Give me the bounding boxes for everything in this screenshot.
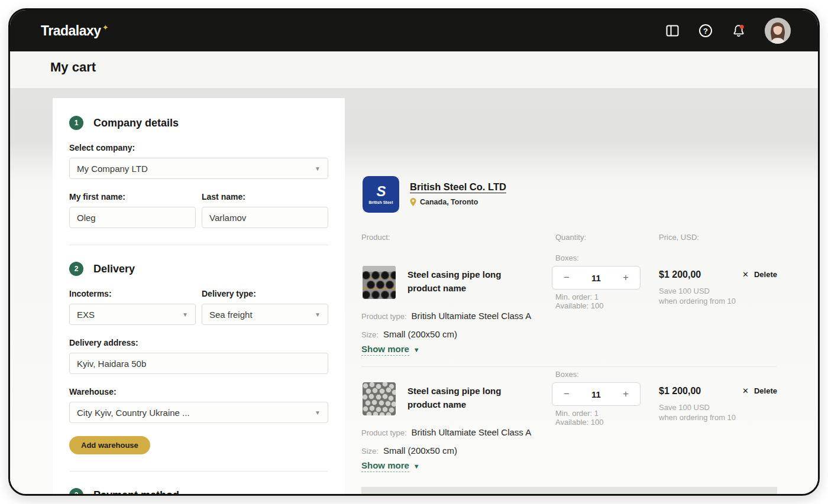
delivery-address-label: Delivery address:	[69, 338, 328, 347]
product-price: $1 200,00	[659, 269, 701, 280]
chevron-down-icon: ▼	[182, 311, 188, 318]
step-badge-1: 1	[69, 116, 83, 130]
decrease-button[interactable]: −	[561, 272, 572, 284]
chevron-down-icon: ▼	[315, 409, 321, 416]
quantity-value[interactable]: 11	[591, 273, 601, 283]
min-order-note: Min. order: 1	[555, 292, 599, 301]
delete-button[interactable]: ✕ Delete	[742, 270, 777, 279]
available-note: Available: 100	[555, 418, 603, 427]
boxes-label: Boxes:	[555, 253, 579, 262]
warehouse-label: Warehouse:	[69, 387, 328, 396]
product-title[interactable]: Steel casing pipe long product name	[407, 268, 529, 295]
section-title-delivery: Delivery	[93, 263, 135, 275]
section-delivery: 2 Delivery	[69, 262, 328, 276]
delivery-type-select[interactable]: Sea freight ▼	[202, 304, 328, 325]
size-row: Size:Small (200x50 cm)	[361, 329, 457, 339]
last-name-label: Last name:	[202, 192, 328, 201]
incoterms-select-value: EXS	[77, 310, 95, 320]
seller-name-link[interactable]: British Steel Co. LTD	[410, 181, 506, 193]
cart-item-row: Boxes: Steel casing pipe long product na…	[361, 370, 777, 474]
step-badge-3: 3	[69, 488, 83, 496]
product-image	[363, 382, 396, 415]
company-select-value: My Company LTD	[77, 164, 148, 174]
section-payment-method: 3 Payment method	[69, 488, 328, 496]
section-title-payment-method: Payment method	[93, 489, 179, 496]
panel-layout-icon[interactable]	[665, 24, 680, 38]
divider	[361, 366, 777, 367]
delivery-type-label: Delivery type:	[202, 289, 328, 298]
top-bar: Tradalaxy✦ ?	[10, 10, 818, 51]
seller-logo-text: British Steel	[369, 200, 393, 204]
quantity-stepper: − 11 +	[552, 382, 641, 406]
topbar-actions: ?	[665, 18, 791, 44]
delete-label: Delete	[754, 386, 777, 395]
discount-note: Save 100 USDwhen ordering from 10	[659, 287, 736, 307]
checkout-form-card: 1 Company details Select company: My Com…	[53, 98, 345, 496]
show-more-link[interactable]: Show more ▼	[361, 460, 420, 472]
seller-logo[interactable]: S British Steel	[363, 176, 399, 213]
show-more-label: Show more	[361, 344, 409, 356]
warehouse-select-value: City Kyiv, Country Ukraine ...	[77, 408, 190, 418]
app-window: Tradalaxy✦ ? My cart 1 Company details	[8, 8, 820, 496]
brand-logo[interactable]: Tradalaxy✦	[41, 23, 107, 39]
increase-button[interactable]: +	[620, 388, 631, 400]
increase-button[interactable]: +	[620, 272, 631, 284]
show-more-link[interactable]: Show more ▼	[361, 344, 420, 356]
delete-label: Delete	[754, 270, 777, 279]
product-title[interactable]: Steel casing pipe long product name	[407, 385, 529, 411]
first-name-field[interactable]	[69, 207, 196, 228]
quantity-stepper: − 11 +	[552, 266, 641, 290]
delivery-type-select-value: Sea freight	[209, 310, 253, 320]
close-icon: ✕	[742, 386, 749, 395]
help-icon[interactable]: ?	[698, 24, 713, 38]
divider	[69, 245, 328, 245]
product-price: $1 200,00	[659, 386, 701, 396]
company-select[interactable]: My Company LTD ▼	[69, 158, 328, 179]
delivery-address-field[interactable]	[69, 353, 328, 374]
page-title: My cart	[50, 60, 96, 75]
first-name-label: My first name:	[69, 192, 196, 201]
section-title-company-details: Company details	[93, 117, 179, 129]
chevron-down-icon: ▼	[315, 311, 321, 318]
sparkle-icon: ✦	[102, 23, 108, 32]
min-order-note: Min. order: 1	[555, 409, 599, 418]
product-type-row: Product type:British Ultamiate Steel Cla…	[361, 311, 531, 321]
show-more-label: Show more	[361, 460, 409, 472]
decrease-button[interactable]: −	[561, 388, 572, 400]
step-badge-2: 2	[69, 262, 83, 276]
add-warehouse-button[interactable]: Add warehouse	[69, 436, 150, 454]
select-company-label: Select company:	[69, 143, 328, 152]
seller-logo-glyph: S	[376, 184, 385, 199]
table-header-row: Product: Quantity: Price, USD:	[361, 233, 777, 242]
warehouse-select[interactable]: City Kyiv, Country Ukraine ... ▼	[69, 402, 328, 423]
user-avatar[interactable]	[765, 18, 791, 44]
seller-location: Canada, Toronto	[410, 198, 478, 206]
discount-note: Save 100 USDwhen ordering from 10	[659, 403, 736, 423]
size-row: Size:Small (200x50 cm)	[361, 446, 457, 456]
brand-logo-text: Tradalaxy	[41, 23, 101, 38]
chevron-down-icon: ▼	[413, 463, 420, 470]
location-pin-icon	[410, 198, 416, 206]
order-summary: Ordered:2 products Subtotal: 26 400,00 U…	[361, 487, 777, 496]
chevron-down-icon: ▼	[315, 165, 321, 172]
close-icon: ✕	[742, 270, 749, 279]
last-name-field[interactable]	[202, 207, 328, 228]
svg-text:?: ?	[703, 27, 708, 35]
delete-button[interactable]: ✕ Delete	[742, 386, 777, 395]
incoterms-label: Incoterms:	[69, 289, 196, 298]
product-type-row: Product type:British Ultamiate Steel Cla…	[361, 427, 531, 437]
column-header-product: Product:	[361, 233, 390, 242]
seller-location-text: Canada, Toronto	[420, 198, 478, 206]
cart-panel: S British Steel British Steel Co. LTD Ca…	[361, 176, 777, 496]
divider	[69, 471, 328, 472]
boxes-label: Boxes:	[555, 370, 579, 379]
section-company-details: 1 Company details	[69, 116, 328, 130]
column-header-quantity: Quantity:	[555, 233, 586, 242]
incoterms-select[interactable]: EXS ▼	[69, 304, 196, 325]
product-image	[363, 266, 396, 299]
quantity-value[interactable]: 11	[591, 389, 601, 399]
column-header-price: Price, USD:	[659, 233, 699, 242]
chevron-down-icon: ▼	[413, 346, 420, 353]
notification-bell-icon[interactable]	[732, 24, 746, 38]
available-note: Available: 100	[555, 301, 603, 310]
